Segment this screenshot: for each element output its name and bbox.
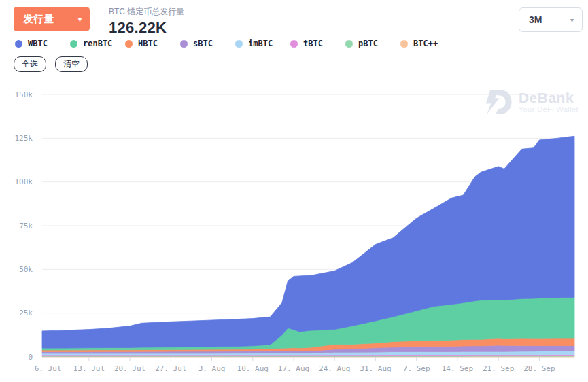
legend-item-tbtc[interactable]: tBTC [290,39,345,48]
legend-item-sbtc[interactable]: sBTC [180,39,235,48]
legend-dot-icon [400,40,408,48]
legend-item-label: BTC++ [413,39,438,48]
select-all-button[interactable]: 全选 [14,56,46,72]
x-axis-label: 6. Jul [35,364,62,373]
legend-dot-icon [125,40,133,48]
legend-item-label: WBTC [28,39,48,48]
legend-item-imbtc[interactable]: imBTC [235,39,290,48]
x-axis-label: 7. Sep [403,364,430,373]
clear-button[interactable]: 清空 [55,56,88,72]
y-axis-label: 150k [15,90,33,99]
legend-item-label: imBTC [248,39,273,48]
legend-item-label: tBTC [303,39,323,48]
legend-item-label: pBTC [358,39,378,48]
legend-dot-icon [345,40,353,48]
y-axis-label: 25k [19,309,33,317]
chevron-down-icon: ▾ [570,16,574,24]
legend-item-label: renBTC [83,39,112,48]
legend-actions: 全选 清空 [14,56,97,72]
chart-title-label: BTC 锚定币总发行量 [109,6,184,18]
chart-svg: 025k50k75k100k125k150k6. Jul13. Jul20. J… [0,80,588,382]
debank-chart-page: 发行量 ▾ BTC 锚定币总发行量 126.22K 3M ▾ WBTCrenBT… [0,0,588,382]
legend-dot-icon [180,40,188,48]
metric-dropdown-button[interactable]: 发行量 ▾ [14,7,90,31]
stacked-area-chart[interactable]: 025k50k75k100k125k150k6. Jul13. Jul20. J… [0,80,588,382]
x-axis-label: 24. Aug [319,364,350,373]
legend-item-wbtc[interactable]: WBTC [15,39,70,48]
legend-dot-icon [70,40,77,48]
chart-title-block: BTC 锚定币总发行量 126.22K [109,6,184,37]
legend-item-renbtc[interactable]: renBTC [70,39,125,48]
time-range-value: 3M [529,14,542,25]
legend-item-label: HBTC [138,39,158,48]
chart-total-value: 126.22K [109,19,184,37]
x-axis-label: 28. Sep [523,364,555,373]
time-range-select[interactable]: 3M ▾ [519,7,583,32]
y-axis-label: 100k [15,177,33,186]
x-axis-label: 21. Sep [483,364,514,373]
x-axis-label: 3. Aug [198,364,226,373]
chevron-down-icon: ▾ [78,16,82,23]
x-axis-label: 27. Jul [155,364,186,373]
y-axis-label: 75k [19,222,33,230]
legend-item-hbtc[interactable]: HBTC [125,39,180,48]
x-axis-label: 10. Aug [237,364,269,373]
legend-item-label: sBTC [193,39,213,48]
x-axis-label: 20. Jul [114,364,145,373]
metric-dropdown-label: 发行量 [23,13,54,26]
y-axis-label: 0 [28,353,33,362]
y-axis-label: 50k [19,265,33,274]
legend-dot-icon [290,40,298,48]
x-axis-label: 13. Jul [73,364,105,373]
y-axis-label: 125k [15,134,33,143]
legend-item-btcpp[interactable]: BTC++ [400,39,455,48]
legend-dot-icon [235,40,243,48]
legend: WBTCrenBTCHBTCsBTCimBTCtBTCpBTCBTC++ [15,39,455,48]
x-axis-label: 14. Sep [442,364,473,373]
legend-item-pbtc[interactable]: pBTC [345,39,400,48]
x-axis-label: 31. Aug [360,364,391,373]
legend-dot-icon [15,40,22,48]
x-axis-label: 17. Aug [278,364,309,373]
